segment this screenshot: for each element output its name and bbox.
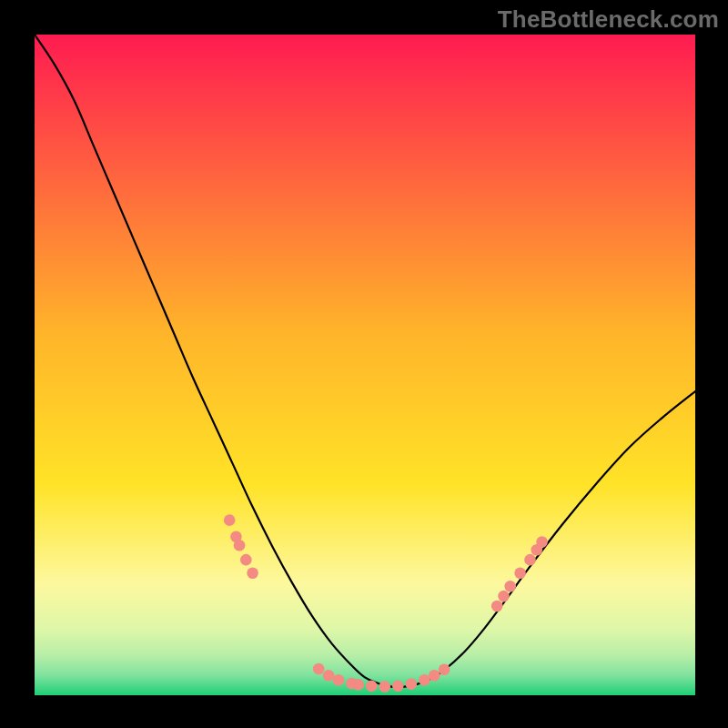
highlight-dot bbox=[504, 581, 516, 592]
highlight-dot bbox=[524, 554, 536, 566]
highlight-dot bbox=[313, 663, 325, 675]
watermark-text: TheBottleneck.com bbox=[498, 5, 719, 34]
highlight-dot bbox=[514, 567, 526, 579]
highlight-dot bbox=[224, 514, 236, 526]
highlight-dot bbox=[439, 663, 450, 675]
chart-frame: TheBottleneck.com bbox=[0, 0, 728, 728]
highlight-dot bbox=[392, 681, 404, 693]
gradient-background bbox=[35, 35, 695, 695]
highlight-dot bbox=[498, 591, 510, 602]
highlight-dot bbox=[406, 678, 418, 690]
highlight-dot bbox=[352, 679, 364, 691]
highlight-dot bbox=[333, 674, 345, 686]
highlight-dot bbox=[379, 681, 390, 693]
highlight-dot bbox=[366, 681, 378, 693]
highlight-dot bbox=[234, 540, 246, 551]
highlight-dot bbox=[536, 536, 548, 548]
highlight-dot bbox=[323, 670, 335, 682]
highlight-dot bbox=[491, 601, 503, 612]
highlight-dot bbox=[240, 554, 252, 566]
bottleneck-chart bbox=[35, 35, 695, 695]
highlight-dot bbox=[429, 670, 440, 682]
highlight-dot bbox=[247, 567, 258, 579]
highlight-dot bbox=[419, 674, 430, 686]
